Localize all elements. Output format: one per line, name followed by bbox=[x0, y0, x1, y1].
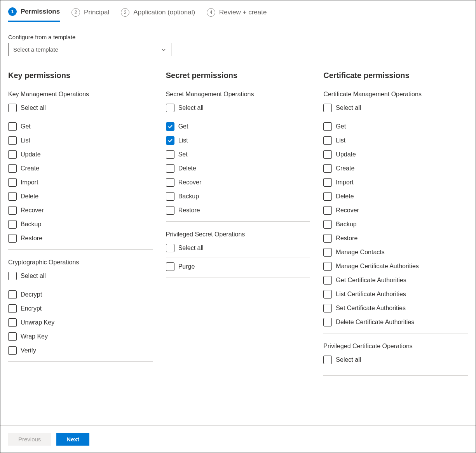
permission-checkbox[interactable]: Manage Contacts bbox=[323, 245, 468, 259]
checkbox-icon bbox=[166, 150, 174, 159]
checkbox-icon bbox=[166, 178, 174, 187]
permission-checkbox[interactable]: Delete bbox=[8, 189, 153, 203]
checkbox-label: Delete bbox=[21, 193, 38, 200]
group-divider bbox=[166, 217, 310, 222]
checkbox-icon bbox=[323, 262, 332, 271]
checkbox-label: Select all bbox=[336, 104, 361, 111]
permission-checkbox[interactable]: Decrypt bbox=[8, 288, 153, 302]
checkbox-label: List bbox=[178, 137, 188, 144]
select-all-checkbox[interactable]: Select all bbox=[323, 353, 468, 369]
checkbox-icon bbox=[8, 206, 17, 215]
checkbox-icon bbox=[323, 234, 332, 243]
permission-checkbox[interactable]: List bbox=[166, 134, 310, 148]
checkbox-label: Recover bbox=[336, 207, 359, 214]
permission-checkbox[interactable]: Set Certificate Authorities bbox=[323, 301, 468, 315]
group-divider bbox=[166, 274, 310, 278]
permission-checkbox[interactable]: Create bbox=[323, 161, 468, 175]
permission-checkbox[interactable]: Import bbox=[8, 175, 153, 189]
tab-label: Application (optional) bbox=[133, 9, 195, 16]
permission-checkbox[interactable]: Recover bbox=[323, 203, 468, 217]
checkbox-icon bbox=[8, 192, 17, 201]
checkbox-label: Get Certificate Authorities bbox=[336, 277, 406, 284]
permission-checkbox[interactable]: List Certificate Authorities bbox=[323, 287, 468, 301]
permission-checkbox[interactable]: Manage Certificate Authorities bbox=[323, 259, 468, 273]
checkbox-label: List bbox=[336, 137, 345, 144]
checkbox-icon bbox=[166, 262, 174, 271]
permission-checkbox[interactable]: Restore bbox=[323, 231, 468, 245]
group-title: Privileged Certificate Operations bbox=[323, 343, 468, 350]
select-all-checkbox[interactable]: Select all bbox=[323, 101, 468, 117]
permission-checkbox[interactable]: Update bbox=[8, 148, 153, 161]
checkbox-label: Restore bbox=[336, 235, 357, 242]
column-header: Key permissions bbox=[8, 71, 153, 80]
next-button[interactable]: Next bbox=[56, 433, 89, 446]
permission-checkbox[interactable]: Backup bbox=[8, 217, 153, 231]
tab-application-optional-[interactable]: 3Application (optional) bbox=[121, 7, 195, 22]
previous-button[interactable]: Previous bbox=[8, 433, 51, 446]
checkbox-label: Get bbox=[21, 123, 31, 130]
checkbox-label: Set bbox=[178, 151, 188, 158]
permission-checkbox[interactable]: Get bbox=[323, 120, 468, 134]
checkbox-icon bbox=[323, 220, 332, 229]
permission-checkbox[interactable]: Import bbox=[323, 175, 468, 189]
select-all-checkbox[interactable]: Select all bbox=[8, 101, 153, 117]
tab-label: Review + create bbox=[219, 9, 267, 16]
tab-principal[interactable]: 2Principal bbox=[71, 7, 109, 22]
permission-checkbox[interactable]: Get Certificate Authorities bbox=[323, 273, 468, 287]
permission-checkbox[interactable]: Delete bbox=[323, 189, 468, 203]
checkbox-icon bbox=[166, 164, 174, 173]
checkbox-label: Get bbox=[336, 123, 346, 130]
permission-checkbox[interactable]: Get bbox=[166, 120, 310, 134]
tab-label: Permissions bbox=[21, 8, 60, 16]
permission-checkbox[interactable]: Update bbox=[323, 148, 468, 161]
checkbox-label: Backup bbox=[21, 221, 41, 228]
column-header: Secret permissions bbox=[166, 71, 310, 80]
permission-checkbox[interactable]: Delete Certificate Authorities bbox=[323, 315, 468, 329]
permission-checkbox[interactable]: Get bbox=[8, 120, 153, 134]
permission-checkbox[interactable]: Restore bbox=[8, 231, 153, 245]
checkbox-icon bbox=[166, 244, 174, 252]
checkbox-label: Import bbox=[336, 179, 353, 186]
checkbox-icon bbox=[166, 206, 174, 215]
checkbox-icon bbox=[8, 318, 17, 327]
tab-permissions[interactable]: 1Permissions bbox=[8, 7, 60, 22]
permission-checkbox[interactable]: Restore bbox=[166, 203, 310, 217]
permission-checkbox[interactable]: Create bbox=[8, 161, 153, 175]
checkbox-icon bbox=[8, 234, 17, 243]
tab-review-create[interactable]: 4Review + create bbox=[207, 7, 267, 22]
permission-checkbox[interactable]: Backup bbox=[166, 189, 310, 203]
permission-checkbox[interactable]: Backup bbox=[323, 217, 468, 231]
group-title: Secret Management Operations bbox=[166, 91, 310, 98]
permission-checkbox[interactable]: Set bbox=[166, 148, 310, 161]
checkbox-label: Recover bbox=[178, 179, 202, 186]
permission-checkbox[interactable]: List bbox=[8, 134, 153, 148]
permission-checkbox[interactable]: Delete bbox=[166, 161, 310, 175]
checkbox-icon bbox=[8, 346, 17, 355]
permission-checkbox[interactable]: Purge bbox=[166, 260, 310, 274]
select-all-checkbox[interactable]: Select all bbox=[166, 101, 310, 117]
checkbox-icon bbox=[323, 150, 332, 159]
group-divider bbox=[8, 358, 153, 362]
checkbox-icon bbox=[323, 304, 332, 312]
permission-checkbox[interactable]: Recover bbox=[166, 175, 310, 189]
permission-checkbox[interactable]: Unwrap Key bbox=[8, 316, 153, 330]
checkbox-icon bbox=[323, 276, 332, 285]
permission-checkbox[interactable]: List bbox=[323, 134, 468, 148]
checkbox-label: Manage Certificate Authorities bbox=[336, 263, 418, 270]
checkbox-label: Manage Contacts bbox=[336, 249, 384, 256]
permission-checkbox[interactable]: Wrap Key bbox=[8, 330, 153, 344]
tab-number: 1 bbox=[8, 7, 17, 16]
checkbox-label: Decrypt bbox=[21, 291, 42, 298]
permission-checkbox[interactable]: Verify bbox=[8, 344, 153, 358]
template-dropdown[interactable]: Select a template bbox=[8, 43, 171, 56]
wizard-tabs: 1Permissions2Principal3Application (opti… bbox=[0, 0, 476, 22]
permission-checkbox[interactable]: Encrypt bbox=[8, 302, 153, 316]
select-all-checkbox[interactable]: Select all bbox=[8, 269, 153, 285]
checkbox-icon bbox=[8, 104, 17, 112]
permission-checkbox[interactable]: Recover bbox=[8, 203, 153, 217]
checkbox-label: Create bbox=[336, 165, 354, 172]
template-placeholder: Select a template bbox=[13, 46, 58, 53]
checkbox-icon bbox=[8, 272, 17, 280]
select-all-checkbox[interactable]: Select all bbox=[166, 241, 310, 257]
checkbox-icon bbox=[166, 192, 174, 201]
